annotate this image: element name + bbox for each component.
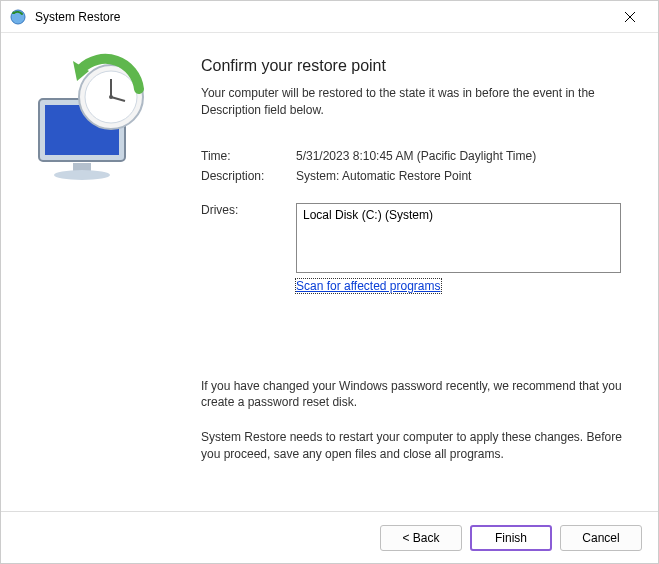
drives-listbox[interactable]: Local Disk (C:) (System) — [296, 203, 621, 273]
description-value: System: Automatic Restore Point — [296, 169, 628, 183]
intro-text: Your computer will be restored to the st… — [201, 85, 628, 119]
drive-item: Local Disk (C:) (System) — [303, 208, 433, 222]
drives-row: Drives: Local Disk (C:) (System) Scan fo… — [201, 203, 628, 293]
titlebar: System Restore — [1, 1, 658, 33]
page-heading: Confirm your restore point — [201, 57, 628, 75]
time-row: Time: 5/31/2023 8:10:45 AM (Pacific Dayl… — [201, 149, 628, 163]
cancel-button[interactable]: Cancel — [560, 525, 642, 551]
svg-point-12 — [109, 95, 113, 99]
finish-button[interactable]: Finish — [470, 525, 552, 551]
back-button[interactable]: < Back — [380, 525, 462, 551]
right-panel: Confirm your restore point Your computer… — [181, 33, 658, 511]
scan-affected-link[interactable]: Scan for affected programs — [296, 279, 441, 293]
svg-rect-6 — [73, 163, 91, 171]
description-label: Description: — [201, 169, 296, 183]
password-warning: If you have changed your Windows passwor… — [201, 378, 628, 412]
svg-point-7 — [54, 170, 110, 180]
time-label: Time: — [201, 149, 296, 163]
footer: < Back Finish Cancel — [1, 511, 658, 563]
window-title: System Restore — [35, 10, 610, 24]
left-panel — [1, 33, 181, 511]
description-row: Description: System: Automatic Restore P… — [201, 169, 628, 183]
close-button[interactable] — [610, 3, 650, 31]
content-area: Confirm your restore point Your computer… — [1, 33, 658, 511]
restart-warning: System Restore needs to restart your com… — [201, 429, 628, 463]
time-value: 5/31/2023 8:10:45 AM (Pacific Daylight T… — [296, 149, 628, 163]
restore-graphic — [21, 53, 161, 193]
system-restore-icon — [9, 8, 27, 26]
drives-label: Drives: — [201, 203, 296, 293]
